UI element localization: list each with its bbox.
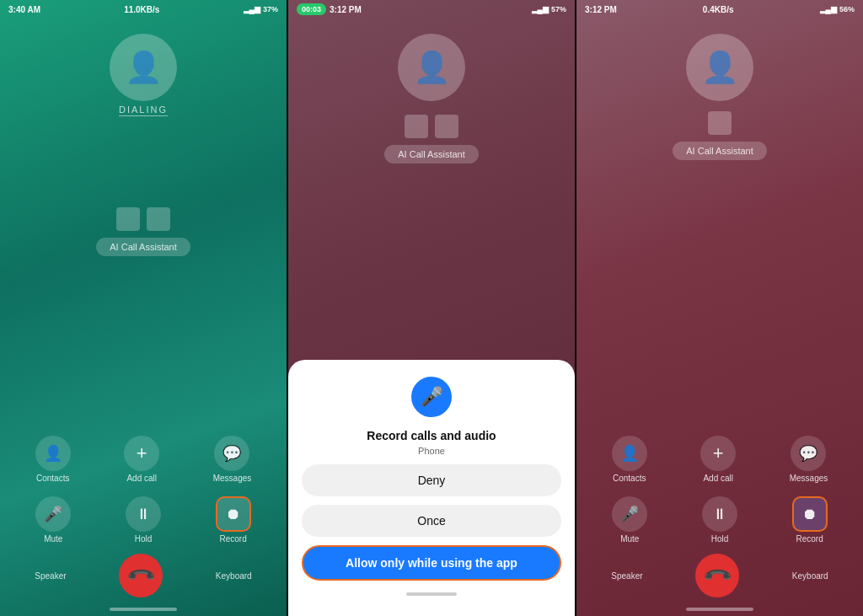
- ph-box-1: [405, 115, 428, 138]
- home-bar-dialog: [406, 592, 457, 596]
- controls-row2-3: 🎤 Mute ⏸ Hold ⏺ Record: [576, 490, 863, 550]
- phone-screen-2: 00:03 3:12 PM ▂▄▆ 57% 👤 AI Call Assistan…: [288, 0, 575, 616]
- messages-icon-3: 💬: [791, 436, 826, 471]
- contacts-btn-3[interactable]: 👤 Contacts: [612, 436, 647, 483]
- phone-screen-3: 3:12 PM 0.4KB/s ▂▄▆ 56% 👤 AI Call Assist…: [576, 0, 863, 616]
- mute-label-1: Mute: [44, 534, 62, 544]
- deny-btn[interactable]: Deny: [302, 464, 561, 496]
- hold-icon-3: ⏸: [702, 496, 737, 532]
- record-label-1: Record: [220, 534, 247, 544]
- dialog-subtitle: Phone: [418, 446, 445, 456]
- mute-icon-1: 🎤: [35, 496, 71, 532]
- hold-icon-1: ⏸: [126, 496, 161, 532]
- dialog-title: Record calls and audio: [367, 429, 496, 442]
- contacts-icon-1: 👤: [35, 436, 71, 471]
- caller-section-3: 👤 AI Call Assistant: [576, 19, 863, 232]
- controls-row2-1: 🎤 Mute ⏸ Hold ⏺ Record: [0, 490, 287, 550]
- hold-btn-1[interactable]: ⏸ Hold: [126, 496, 161, 544]
- contacts-icon-3: 👤: [612, 436, 647, 471]
- record-label-3: Record: [796, 534, 823, 544]
- ph-box-3: [708, 111, 732, 135]
- mute-label-3: Mute: [620, 534, 639, 544]
- contacts-btn-1[interactable]: 👤 Contacts: [35, 436, 71, 483]
- messages-label-1: Messages: [213, 474, 252, 483]
- battery-1: 37%: [263, 5, 278, 13]
- add-call-label-3: Add call: [703, 474, 733, 483]
- end-call-btn-1[interactable]: 📞: [119, 554, 163, 597]
- add-call-label-1: Add call: [126, 474, 157, 483]
- speaker-label-3[interactable]: Speaker: [611, 571, 642, 581]
- mute-btn-1[interactable]: 🎤 Mute: [35, 496, 71, 544]
- mic-icon: 🎤: [411, 377, 452, 417]
- status-icons-3: ▂▄▆ 56%: [820, 5, 855, 13]
- contacts-label-3: Contacts: [613, 474, 646, 483]
- person-icon-2: 👤: [413, 50, 451, 85]
- hold-label-3: Hold: [711, 534, 729, 544]
- battery-3: 56%: [839, 5, 855, 13]
- ai-box-2: [147, 207, 170, 231]
- ai-assistant-btn-2[interactable]: AI Call Assistant: [384, 145, 478, 163]
- person-icon-3: 👤: [701, 50, 739, 85]
- network-speed-1: 11.0KB/s: [124, 5, 159, 14]
- messages-label-3: Messages: [790, 474, 828, 483]
- allow-btn[interactable]: Allow only while using the app: [302, 545, 561, 581]
- ai-box-1: [116, 207, 140, 231]
- status-icons-2: ▂▄▆ 57%: [532, 5, 566, 13]
- ai-section-1: AI Call Assistant: [0, 207, 287, 256]
- add-call-btn-1[interactable]: + Add call: [124, 436, 159, 483]
- add-icon-1: +: [124, 436, 159, 471]
- hold-btn-3[interactable]: ⏸ Hold: [702, 496, 737, 544]
- speaker-label-1[interactable]: Speaker: [35, 571, 66, 581]
- keyboard-label-3[interactable]: Keyboard: [792, 571, 828, 581]
- caller-section-1: 👤 DIALING: [0, 19, 287, 199]
- call-status-1: DIALING: [119, 104, 168, 116]
- time-1: 3:40 AM: [8, 5, 40, 14]
- once-btn[interactable]: Once: [302, 505, 561, 537]
- avatar-2: 👤: [398, 34, 465, 101]
- keyboard-label-1[interactable]: Keyboard: [216, 571, 252, 581]
- dialing-label: DIALING: [119, 104, 168, 115]
- signal-icon-2: ▂▄▆: [532, 5, 549, 13]
- record-icon-1: ⏺: [216, 496, 251, 532]
- messages-btn-1[interactable]: 💬 Messages: [213, 436, 252, 483]
- end-call-icon-1: 📞: [125, 560, 156, 591]
- controls-row1-3: 👤 Contacts + Add call 💬 Messages: [576, 429, 863, 490]
- ai-ph-3: [708, 111, 732, 135]
- home-bar-3: [686, 608, 753, 611]
- bottom-row-1: Speaker 📞 Keyboard: [0, 550, 287, 604]
- status-bar-3: 3:12 PM 0.4KB/s ▂▄▆ 56%: [576, 0, 863, 19]
- contacts-label-1: Contacts: [36, 474, 69, 483]
- status-icons-1: ▂▄▆ 37%: [244, 5, 278, 13]
- call-time-2: 00:03: [297, 3, 326, 15]
- time-2: 3:12 PM: [330, 5, 362, 14]
- ai-assistant-btn-3[interactable]: AI Call Assistant: [673, 142, 766, 160]
- mute-icon-3: 🎤: [612, 496, 647, 532]
- ai-placeholders-1: [116, 207, 170, 231]
- status-bar-1: 3:40 AM 11.0KB/s ▂▄▆ 37%: [0, 0, 287, 19]
- status-bar-2: 00:03 3:12 PM ▂▄▆ 57%: [288, 0, 575, 19]
- add-call-btn-3[interactable]: + Add call: [700, 436, 736, 483]
- mute-btn-3[interactable]: 🎤 Mute: [612, 496, 647, 544]
- home-bar-1: [110, 608, 177, 611]
- avatar-1: 👤: [110, 34, 177, 101]
- permission-dialog: 🎤 Record calls and audio Phone Deny Once…: [288, 360, 575, 616]
- add-icon-3: +: [700, 436, 736, 471]
- person-icon-1: 👤: [125, 50, 163, 85]
- signal-icon-3: ▂▄▆: [820, 5, 837, 13]
- ph-box-2: [435, 115, 458, 138]
- signal-icon-1: ▂▄▆: [244, 5, 260, 13]
- network-3: 0.4KB/s: [703, 5, 734, 14]
- record-btn-3[interactable]: ⏺ Record: [792, 496, 828, 544]
- end-call-icon-3: 📞: [701, 560, 732, 591]
- time-3: 3:12 PM: [585, 5, 617, 14]
- messages-btn-3[interactable]: 💬 Messages: [790, 436, 828, 483]
- ai-assistant-btn-1[interactable]: AI Call Assistant: [96, 238, 190, 256]
- controls-row1-1: 👤 Contacts + Add call 💬 Messages: [0, 429, 287, 490]
- hold-label-1: Hold: [135, 534, 153, 544]
- record-icon-3: ⏺: [792, 496, 828, 532]
- bottom-row-3: Speaker 📞 Keyboard: [576, 550, 863, 604]
- record-btn-1[interactable]: ⏺ Record: [216, 496, 251, 544]
- avatar-3: 👤: [686, 34, 753, 101]
- messages-icon-1: 💬: [214, 436, 249, 471]
- end-call-btn-3[interactable]: 📞: [695, 554, 739, 597]
